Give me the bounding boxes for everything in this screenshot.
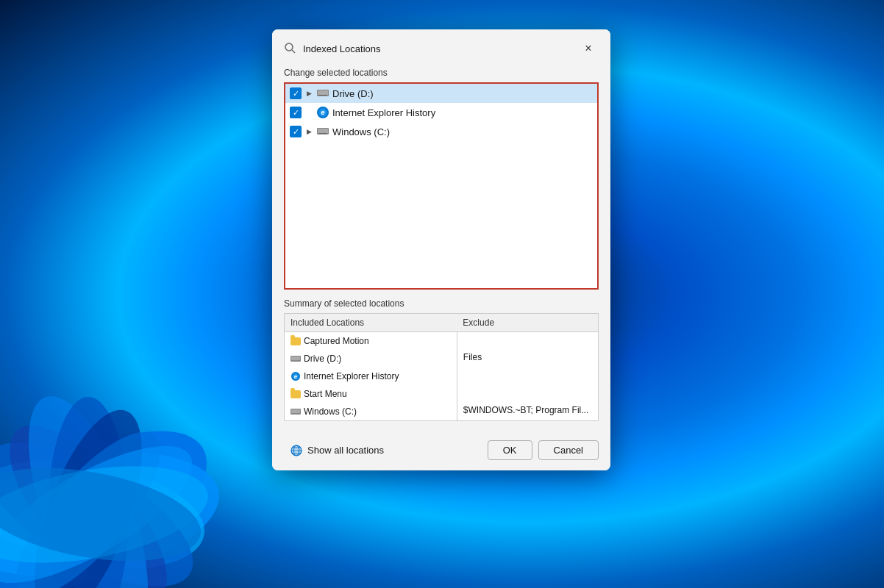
search-icon xyxy=(284,42,297,55)
drive-d-summary-icon xyxy=(290,354,301,364)
expand-arrow-drive-d[interactable]: ▶ xyxy=(304,89,313,98)
windows-c-summary-cell: Windows (C:) xyxy=(285,403,457,421)
show-all-icon xyxy=(290,444,303,457)
windows-c-summary-label: Windows (C:) xyxy=(304,406,357,417)
svg-line-13 xyxy=(292,50,295,53)
svg-rect-15 xyxy=(318,90,328,96)
svg-point-11 xyxy=(0,453,208,576)
windows-c-label: Windows (C:) xyxy=(332,126,593,137)
check-mark-drive-d: ✓ xyxy=(293,90,299,98)
ie-history-summary-row: e Internet Explorer History xyxy=(290,370,451,383)
expand-arrow-windows-c[interactable]: ▶ xyxy=(304,127,313,136)
summary-table: Included Locations Exclude Captured Moti xyxy=(284,313,599,421)
svg-point-9 xyxy=(0,420,210,588)
start-menu-exclude xyxy=(457,385,598,403)
start-menu-row: Start Menu xyxy=(290,387,451,401)
dialog-title: Indexed Locations xyxy=(303,43,381,54)
locations-list: ✓ ▶ Drive (D:) ✓ ▶ xyxy=(284,82,599,290)
locations-empty-area xyxy=(285,141,597,288)
windows-c-exclude: $WINDOWS.~BT; Program Fil... xyxy=(457,403,598,421)
footer-buttons: OK Cancel xyxy=(488,440,599,460)
ie-history-icon: e xyxy=(316,106,329,119)
check-mark-ie-history: ✓ xyxy=(293,109,299,117)
indexed-locations-dialog: Indexed Locations × Change selected loca… xyxy=(272,29,610,470)
captured-motion-cell: Captured Motion xyxy=(285,332,457,351)
svg-point-5 xyxy=(4,382,172,588)
start-menu-icon xyxy=(290,389,301,399)
ok-button[interactable]: OK xyxy=(488,440,532,460)
ie-history-summary-icon: e xyxy=(290,371,301,381)
svg-point-10 xyxy=(0,450,215,578)
summary-row-windows-c: Windows (C:) $WINDOWS.~BT; Program Fil..… xyxy=(285,403,599,421)
check-mark-windows-c: ✓ xyxy=(293,128,299,136)
svg-rect-16 xyxy=(318,95,327,96)
ie-history-summary-cell: e Internet Explorer History xyxy=(285,368,457,385)
ie-summary-icon: e xyxy=(291,372,300,381)
checkbox-drive-d[interactable]: ✓ xyxy=(290,87,302,99)
show-all-label: Show all locations xyxy=(307,445,384,456)
section1-label: Change selected locations xyxy=(284,68,599,78)
svg-point-6 xyxy=(48,397,129,588)
location-item-windows-c[interactable]: ✓ ▶ Windows (C:) xyxy=(285,122,597,141)
start-menu-label: Start Menu xyxy=(304,389,347,399)
drive-d-label: Drive (D:) xyxy=(332,88,593,99)
ie-icon: e xyxy=(317,107,329,118)
checkbox-windows-c[interactable]: ✓ xyxy=(290,126,302,137)
svg-rect-23 xyxy=(291,409,300,413)
dialog-body: Change selected locations ✓ ▶ Drive (D:) xyxy=(272,68,610,433)
exclude-col-header: Exclude xyxy=(457,314,598,332)
location-item-drive-d[interactable]: ✓ ▶ Drive (D:) xyxy=(285,84,597,103)
included-col-header: Included Locations xyxy=(285,314,457,332)
summary-row-start-menu: Start Menu xyxy=(285,385,599,403)
checkbox-ie-history[interactable]: ✓ xyxy=(290,107,302,118)
svg-point-12 xyxy=(285,43,293,51)
drive-d-summary-label: Drive (D:) xyxy=(304,354,341,364)
title-left: Indexed Locations xyxy=(284,42,381,55)
svg-rect-19 xyxy=(318,133,327,134)
drive-d-icon xyxy=(316,87,329,100)
location-item-ie-history[interactable]: ✓ ▶ e Internet Explorer History xyxy=(285,103,597,122)
svg-point-7 xyxy=(13,397,164,588)
windows-c-summary-row: Windows (C:) xyxy=(290,405,451,418)
svg-point-4 xyxy=(0,402,193,588)
windows-c-icon xyxy=(316,125,329,138)
svg-point-1 xyxy=(0,434,229,588)
windows-c-summary-icon xyxy=(290,406,301,417)
captured-motion-exclude xyxy=(457,332,598,351)
drive-d-summary-row: Drive (D:) xyxy=(290,352,451,365)
svg-rect-18 xyxy=(318,129,328,134)
ie-history-summary-label: Internet Explorer History xyxy=(304,371,399,381)
svg-point-8 xyxy=(0,412,182,588)
svg-point-2 xyxy=(0,443,213,585)
start-menu-cell: Start Menu xyxy=(285,385,457,403)
svg-point-3 xyxy=(0,415,214,588)
drive-d-summary-cell: Drive (D:) xyxy=(285,350,457,368)
close-button[interactable]: × xyxy=(578,38,599,59)
svg-rect-21 xyxy=(291,356,300,360)
captured-motion-label: Captured Motion xyxy=(304,336,369,346)
cancel-button[interactable]: Cancel xyxy=(538,440,599,460)
svg-point-0 xyxy=(0,398,232,588)
summary-section: Summary of selected locations Included L… xyxy=(284,298,599,421)
ie-history-label: Internet Explorer History xyxy=(332,107,593,118)
summary-row-drive-d: Drive (D:) Files xyxy=(285,350,599,368)
show-all-locations-button[interactable]: Show all locations xyxy=(284,441,390,460)
summary-row-captured-motion: Captured Motion xyxy=(285,332,599,351)
summary-row-ie-history: e Internet Explorer History xyxy=(285,368,599,385)
captured-motion-icon xyxy=(290,336,301,346)
ie-history-exclude xyxy=(457,368,598,385)
drive-d-exclude: Files xyxy=(457,350,598,368)
captured-motion-row: Captured Motion xyxy=(290,334,451,348)
summary-label: Summary of selected locations xyxy=(284,298,599,309)
svg-point-29 xyxy=(291,445,302,456)
dialog-titlebar: Indexed Locations × xyxy=(272,29,610,65)
dialog-footer: Show all locations OK Cancel xyxy=(272,433,610,470)
